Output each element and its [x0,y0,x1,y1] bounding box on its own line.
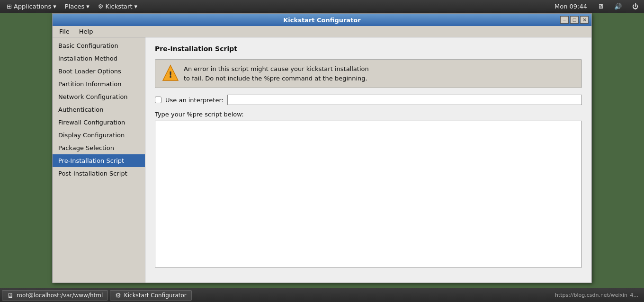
sidebar-item-authentication[interactable]: Authentication [53,103,145,116]
places-label: Places [65,3,84,10]
interpreter-label[interactable]: Use an interpreter: [165,97,224,104]
terminal-label: root@localhost:/var/www/html [17,292,103,299]
interpreter-input[interactable] [227,95,582,105]
bottom-url: https://blog.csdn.net/weixin_4... [551,292,642,298]
terminal-icon: 🖥 [7,292,14,299]
kickstart-menu[interactable]: ⚙ Kickstart ▾ [94,2,141,11]
window-titlebar: Kickstart Configurator − □ ✕ [53,14,591,26]
script-label: Type your %pre script below: [155,111,582,118]
sidebar-item-display-configuration[interactable]: Display Configuration [53,129,145,142]
restore-button[interactable]: □ [570,16,579,24]
apps-chevron-icon: ▾ [53,3,56,10]
sidebar-item-installation-method[interactable]: Installation Method [53,52,145,65]
minimize-button[interactable]: − [560,16,569,24]
close-button[interactable]: ✕ [580,16,589,24]
help-menu[interactable]: Help [74,27,98,36]
places-menu[interactable]: Places ▾ [61,2,93,11]
section-title: Pre-Installation Script [155,45,582,53]
content-panel: Pre-Installation Script ! An error in th… [145,37,591,283]
clock: Mon 09:44 [552,2,590,11]
kickstart-taskbar-label: Kickstart Configurator [124,292,187,299]
sidebar-item-boot-loader-options[interactable]: Boot Loader Options [53,65,145,78]
interpreter-row: Use an interpreter: [155,95,582,105]
sidebar-item-network-configuration[interactable]: Network Configuration [53,90,145,103]
main-content: Basic Configuration Installation Method … [53,37,591,283]
volume-icon: 🔊 [611,2,625,11]
sidebar-item-firewall-configuration[interactable]: Firewall Configuration [53,116,145,129]
kickstart-taskbar-item[interactable]: ⚙ Kickstart Configurator [110,290,191,301]
places-chevron-icon: ▾ [86,3,89,10]
file-menu[interactable]: File [54,27,74,36]
warning-message: An error in this script might cause your… [184,64,369,83]
window-controls: − □ ✕ [560,16,589,24]
taskbar-right: Mon 09:44 🖥 🔊 ⏻ [552,2,641,11]
desktop: Kickstart Configurator − □ ✕ File Help B… [0,13,644,288]
applications-label: Applications [14,3,51,10]
power-icon[interactable]: ⏻ [629,2,641,11]
menubar: File Help [53,26,591,37]
kickstart-icon: ⚙ [98,3,104,10]
script-textarea[interactable] [155,121,582,267]
bottom-bar: 🖥 root@localhost:/var/www/html ⚙ Kicksta… [0,288,644,302]
kickstart-chevron-icon: ▾ [134,3,137,10]
terminal-taskbar-item[interactable]: 🖥 root@localhost:/var/www/html [2,290,108,301]
sidebar-item-post-installation-script[interactable]: Post-Installation Script [53,167,145,180]
kickstart-label: Kickstart [105,3,132,10]
sidebar-item-partition-information[interactable]: Partition Information [53,78,145,90]
kickstart-taskbar-icon: ⚙ [115,292,121,299]
use-interpreter-checkbox[interactable] [155,97,161,103]
main-window: Kickstart Configurator − □ ✕ File Help B… [52,13,592,283]
warning-icon: ! [162,64,179,81]
apps-icon: ⊞ [7,3,12,10]
sidebar-item-pre-installation-script[interactable]: Pre-Installation Script [53,154,145,167]
sidebar-item-basic-configuration[interactable]: Basic Configuration [53,39,145,52]
sidebar-item-package-selection[interactable]: Package Selection [53,142,145,154]
window-title: Kickstart Configurator [84,17,560,24]
sidebar: Basic Configuration Installation Method … [53,37,145,283]
taskbar: ⊞ Applications ▾ Places ▾ ⚙ Kickstart ▾ … [0,0,644,13]
applications-menu[interactable]: ⊞ Applications ▾ [3,2,60,11]
warning-box: ! An error in this script might cause yo… [155,59,582,88]
svg-text:!: ! [169,70,172,80]
screen-icon: 🖥 [595,2,607,11]
taskbar-left: ⊞ Applications ▾ Places ▾ ⚙ Kickstart ▾ [3,2,141,11]
